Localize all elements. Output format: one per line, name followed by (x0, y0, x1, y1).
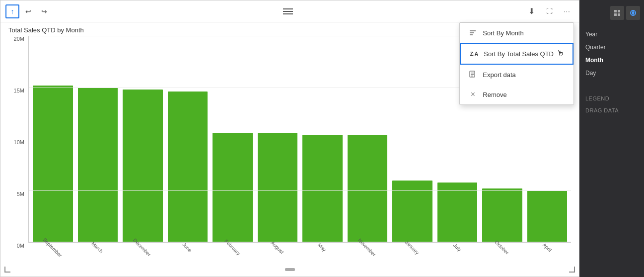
menu-item-remove[interactable]: × Remove (460, 85, 573, 104)
x-labels: September March December June February A… (28, 243, 571, 263)
export-icon (468, 70, 478, 80)
bar-jan (392, 181, 432, 243)
svg-rect-4 (471, 73, 474, 74)
svg-rect-5 (471, 74, 474, 75)
legend-label: Legend (579, 92, 644, 103)
svg-rect-8 (618, 10, 620, 12)
more-icon: ··· (564, 8, 570, 15)
bar-group-jan[interactable] (392, 36, 432, 242)
x-label-jan: January (392, 243, 432, 263)
bar-aug (258, 133, 298, 242)
undo-button[interactable]: ↩ (21, 4, 35, 18)
toolbar-center (51, 8, 524, 14)
x-label-dec: December (122, 243, 162, 263)
expand-icon: ⛶ (546, 7, 553, 15)
cursor-icon: 🖰 (557, 49, 565, 58)
bar-group-aug[interactable] (258, 36, 298, 242)
redo-icon: ↪ (41, 7, 47, 15)
bar-sep (33, 86, 73, 242)
menu-item-sort-by-total-label: Sort By Total Sales QTD 🖰 (484, 49, 565, 58)
y-label-5m: 5M (17, 191, 24, 197)
sidebar-icon-2[interactable] (626, 6, 640, 20)
x-label-oct: October (482, 243, 522, 263)
menu-item-export[interactable]: Export data (460, 65, 573, 85)
bar-nov (348, 135, 388, 242)
y-label-20m: 20M (14, 36, 24, 42)
download-icon: ⬇ (528, 6, 535, 16)
y-label-15m: 15M (14, 88, 24, 93)
y-axis: 20M 15M 10M 5M 0M (8, 36, 28, 263)
chart-footer (0, 263, 579, 277)
toolbar-right: ⬇ ⛶ ··· (524, 4, 574, 18)
menu-item-sort-by-month[interactable]: Sort By Month (460, 23, 573, 43)
expand-button[interactable]: ⛶ (542, 4, 556, 18)
right-sidebar: Year Quarter Month Day Legend Drag data (579, 0, 644, 277)
sidebar-item-month[interactable]: Month (579, 54, 644, 67)
menu-item-sort-by-month-label: Sort By Month (483, 29, 523, 37)
x-label-jul: July (437, 243, 477, 263)
bottom-handle[interactable] (285, 268, 295, 271)
bar-group-jun[interactable] (168, 36, 208, 242)
bar-group-mar[interactable] (78, 36, 118, 242)
bar-apr (527, 190, 568, 242)
toolbar-left: ↑ ↩ ↪ (5, 4, 51, 18)
svg-rect-6 (471, 76, 473, 77)
x-label-aug: August (257, 243, 297, 263)
sidebar-icon-1[interactable] (610, 6, 624, 20)
svg-rect-10 (618, 13, 620, 16)
chart-toolbar: ↑ ↩ ↪ ⬇ ⛶ ··· (0, 0, 579, 22)
x-label-sep: September (32, 243, 72, 263)
remove-icon: × (468, 90, 478, 99)
x-label-nov: November (347, 243, 387, 263)
bar-may (302, 135, 343, 242)
sidebar-item-day[interactable]: Day (579, 67, 644, 80)
sort-total-icon: Z↓A (469, 49, 479, 59)
corner-bottom-right (569, 267, 575, 273)
sidebar-date-fields: Year Quarter Month Day (579, 26, 644, 82)
bar-group-feb[interactable] (213, 36, 253, 242)
menu-item-export-label: Export data (483, 71, 516, 79)
x-label-mar: March (77, 243, 118, 263)
svg-rect-1 (470, 32, 474, 33)
bar-jun (168, 92, 208, 242)
download-button[interactable]: ⬇ (524, 4, 538, 18)
svg-rect-7 (614, 10, 617, 12)
bar-dec (123, 90, 163, 242)
y-label-10m: 10M (14, 139, 24, 145)
bar-jul (437, 183, 478, 242)
sidebar-item-quarter[interactable]: Quarter (579, 41, 644, 54)
x-label-apr: April (527, 243, 567, 263)
redo-button[interactable]: ↪ (37, 4, 51, 18)
drag-data-label: Drag data (579, 103, 644, 115)
x-label-feb: February (212, 243, 252, 263)
more-button[interactable]: ··· (560, 4, 574, 18)
move-up-button[interactable]: ↑ (5, 4, 19, 18)
sort-month-icon (468, 28, 478, 38)
bar-group-may[interactable] (302, 36, 343, 242)
sidebar-item-year[interactable]: Year (579, 28, 644, 41)
corner-bottom-left (4, 267, 10, 273)
bar-oct (482, 188, 522, 242)
dropdown-menu: Sort By Month Z↓A Sort By Total Sales QT… (459, 22, 574, 105)
menu-item-remove-label: Remove (483, 91, 506, 98)
sidebar-top-icons (579, 4, 644, 22)
chart-panel: ↑ ↩ ↪ ⬇ ⛶ ··· (0, 0, 579, 277)
x-label-jun: June (167, 243, 208, 263)
x-label-may: May (302, 243, 342, 263)
bar-mar (78, 88, 118, 242)
bar-group-nov[interactable] (348, 36, 388, 242)
bar-feb (213, 133, 253, 242)
bar-group-sep[interactable] (33, 36, 73, 242)
menu-item-sort-by-total[interactable]: Z↓A Sort By Total Sales QTD 🖰 (460, 43, 573, 65)
svg-rect-9 (614, 13, 617, 16)
undo-icon: ↩ (25, 7, 31, 15)
move-up-icon: ↑ (11, 7, 14, 15)
menu-icon[interactable] (283, 8, 293, 14)
svg-rect-0 (470, 30, 476, 31)
svg-rect-2 (470, 34, 473, 35)
y-label-0m: 0M (17, 243, 24, 249)
bar-group-dec[interactable] (123, 36, 163, 242)
